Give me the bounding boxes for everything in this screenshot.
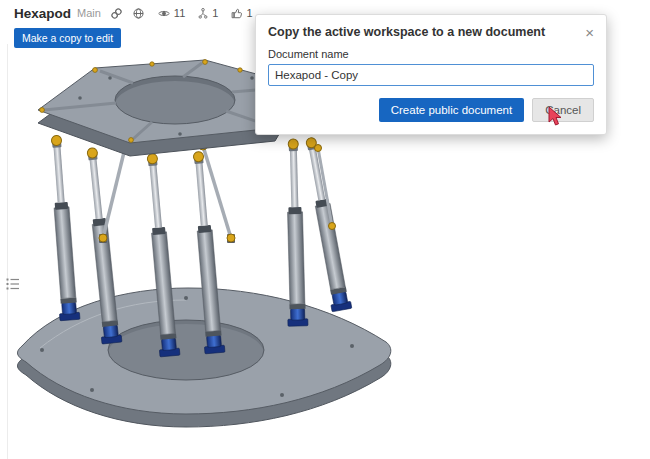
- document-title: Hexapod: [14, 6, 71, 21]
- forks-stat: 1: [197, 7, 218, 20]
- create-public-document-button[interactable]: Create public document: [379, 98, 524, 122]
- make-copy-button[interactable]: Make a copy to edit: [14, 28, 121, 48]
- forks-count: 1: [212, 7, 218, 19]
- copy-workspace-dialog: Copy the active workspace to a new docum…: [255, 14, 607, 135]
- workspace-name: Main: [77, 7, 101, 19]
- close-icon[interactable]: ×: [577, 25, 594, 40]
- dialog-footer: Create public document Cancel: [256, 86, 606, 134]
- eye-icon: [157, 7, 171, 20]
- views-stat: 11: [157, 7, 185, 20]
- dialog-body: Document name: [256, 44, 606, 86]
- views-count: 11: [174, 7, 185, 19]
- likes-count: 1: [246, 7, 252, 19]
- document-name-input[interactable]: [268, 64, 594, 86]
- dialog-title: Copy the active workspace to a new docum…: [268, 25, 545, 39]
- fork-icon: [197, 7, 209, 20]
- cancel-button[interactable]: Cancel: [532, 98, 594, 122]
- share-link-icon[interactable]: [110, 7, 123, 20]
- public-globe-icon: [132, 7, 145, 20]
- feature-list-toggle-icon[interactable]: [5, 276, 21, 292]
- thumbs-up-icon[interactable]: [230, 7, 243, 20]
- dialog-header: Copy the active workspace to a new docum…: [256, 15, 606, 44]
- likes-stat[interactable]: 1: [230, 7, 252, 20]
- document-name-label: Document name: [268, 48, 594, 60]
